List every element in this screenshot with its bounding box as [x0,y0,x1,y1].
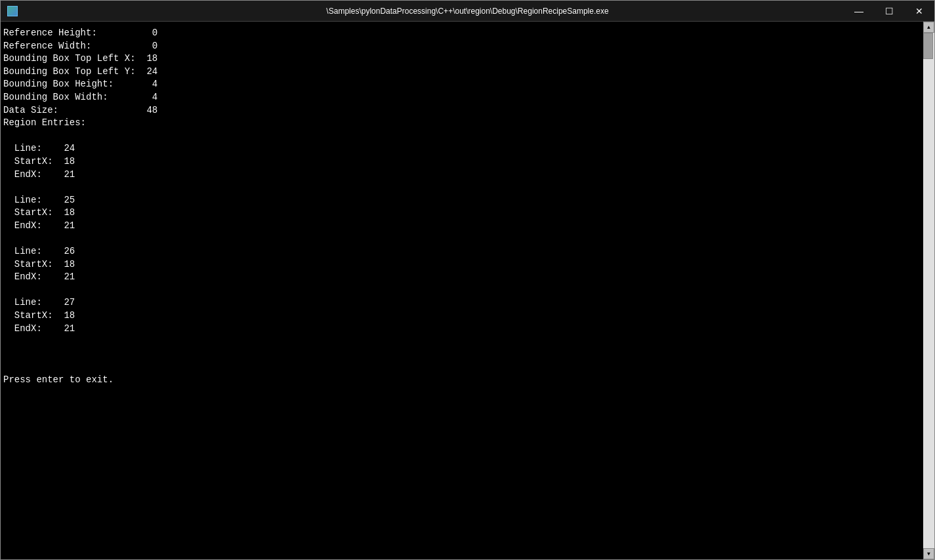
close-button[interactable]: ✕ [904,1,934,22]
window-title: \Samples\pylonDataProcessing\C++\out\reg… [326,7,608,16]
minimize-button[interactable]: — [844,1,874,22]
maximize-button[interactable]: ☐ [874,1,904,22]
title-bar-controls: — ☐ ✕ [844,1,934,22]
scrollbar-down-button[interactable]: ▼ [923,548,934,559]
scrollbar-track[interactable] [923,33,934,548]
scrollbar[interactable]: ▲ ▼ [923,22,934,559]
terminal-output: Reference Height: 0 Reference Width: 0 B… [1,22,923,559]
scrollbar-thumb[interactable] [923,33,933,59]
title-bar: \Samples\pylonDataProcessing\C++\out\reg… [1,1,934,22]
title-bar-left [1,5,24,18]
main-window: \Samples\pylonDataProcessing\C++\out\reg… [0,0,935,560]
app-icon [6,5,19,18]
content-area: Reference Height: 0 Reference Width: 0 B… [1,22,934,559]
scrollbar-up-button[interactable]: ▲ [923,22,934,33]
